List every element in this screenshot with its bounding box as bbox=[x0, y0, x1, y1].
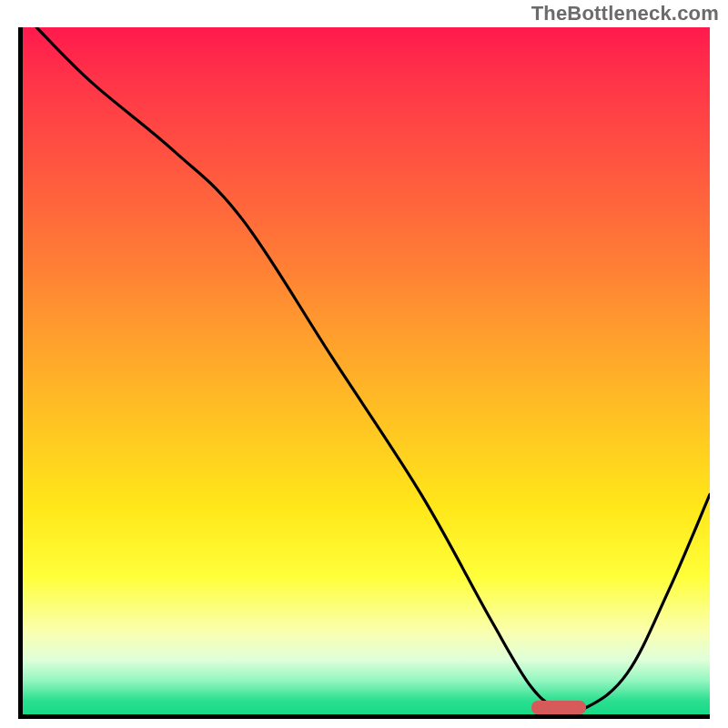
watermark-text: TheBottleneck.com bbox=[531, 2, 719, 25]
bottleneck-curve bbox=[23, 27, 710, 714]
optimum-marker bbox=[531, 701, 586, 714]
chart-canvas: TheBottleneck.com bbox=[0, 0, 728, 728]
plot-area bbox=[18, 27, 710, 719]
